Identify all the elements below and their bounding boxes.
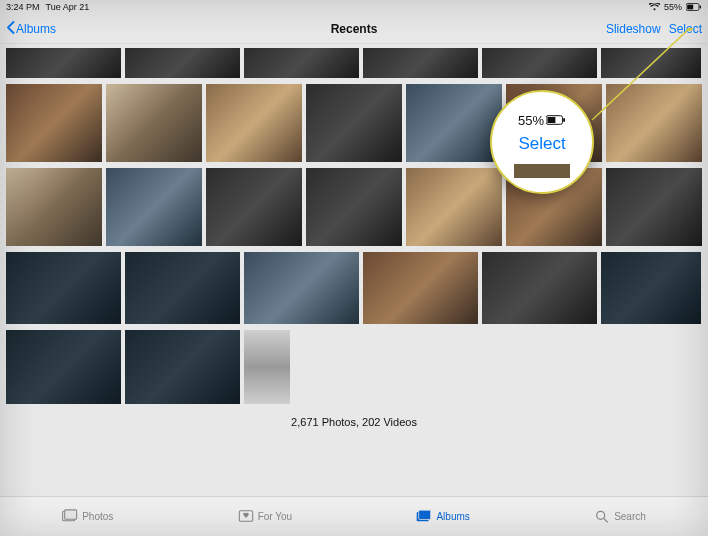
svg-point-8 (597, 511, 605, 519)
chevron-left-icon (6, 21, 16, 37)
status-date: Tue Apr 21 (46, 2, 90, 12)
photo-thumbnail[interactable] (6, 252, 121, 324)
photo-thumbnail[interactable] (206, 168, 302, 246)
photo-thumbnail[interactable] (106, 168, 202, 246)
svg-rect-12 (547, 117, 555, 123)
svg-rect-13 (563, 118, 565, 122)
photo-thumbnail[interactable] (406, 168, 502, 246)
photo-thumbnail[interactable] (306, 84, 402, 162)
svg-rect-2 (700, 6, 701, 9)
photo-grid: 2,671 Photos, 202 Videos (0, 44, 708, 432)
tab-label: Photos (82, 511, 113, 522)
svg-rect-7 (419, 510, 431, 519)
photo-thumbnail[interactable] (244, 252, 359, 324)
photos-icon (62, 509, 78, 525)
photo-thumbnail[interactable] (125, 252, 240, 324)
back-button[interactable]: Albums (6, 21, 56, 37)
wifi-icon (649, 3, 660, 11)
photo-thumbnail[interactable] (125, 48, 240, 78)
battery-icon (686, 3, 702, 11)
photo-thumbnail[interactable] (125, 330, 240, 404)
battery-icon (546, 113, 566, 128)
photo-thumbnail[interactable] (206, 84, 302, 162)
photo-thumbnail[interactable] (601, 48, 701, 78)
photo-thumbnail[interactable] (482, 252, 597, 324)
callout-select-label: Select (518, 134, 565, 154)
status-bar: 3:24 PM Tue Apr 21 55% (0, 0, 708, 14)
tab-search[interactable]: Search (594, 509, 646, 525)
photo-thumbnail[interactable] (306, 168, 402, 246)
photo-thumbnail[interactable] (601, 252, 701, 324)
tab-label: Albums (436, 511, 469, 522)
callout-battery-pct: 55% (518, 113, 544, 128)
photo-thumbnail[interactable] (363, 252, 478, 324)
albums-icon (416, 509, 432, 525)
search-icon (594, 509, 610, 525)
svg-rect-1 (687, 5, 693, 10)
photo-thumbnail[interactable] (244, 330, 290, 404)
slideshow-button[interactable]: Slideshow (606, 22, 661, 36)
zoom-callout: 55% Select (490, 90, 594, 194)
tab-bar: Photos For You Albums Search (0, 496, 708, 536)
photo-thumbnail[interactable] (482, 48, 597, 78)
photo-thumbnail[interactable] (606, 168, 702, 246)
photo-thumbnail[interactable] (6, 84, 102, 162)
photo-thumbnail[interactable] (6, 330, 121, 404)
tab-albums[interactable]: Albums (416, 509, 469, 525)
back-label: Albums (16, 22, 56, 36)
photo-thumbnail[interactable] (6, 48, 121, 78)
status-battery-pct: 55% (664, 2, 682, 12)
tab-photos[interactable]: Photos (62, 509, 113, 525)
photo-thumbnail[interactable] (363, 48, 478, 78)
photo-summary: 2,671 Photos, 202 Videos (6, 410, 702, 432)
tab-for-you[interactable]: For You (238, 509, 292, 525)
tab-label: Search (614, 511, 646, 522)
page-title: Recents (331, 22, 378, 36)
select-button[interactable]: Select (669, 22, 702, 36)
svg-rect-4 (65, 509, 77, 518)
photo-thumbnail[interactable] (606, 84, 702, 162)
photo-thumbnail[interactable] (406, 84, 502, 162)
photo-thumbnail[interactable] (106, 84, 202, 162)
photo-thumbnail[interactable] (244, 48, 359, 78)
callout-thumbnail-strip (514, 164, 570, 178)
nav-bar: Albums Recents Slideshow Select (0, 14, 708, 44)
photo-thumbnail[interactable] (6, 168, 102, 246)
tab-label: For You (258, 511, 292, 522)
for-you-icon (238, 509, 254, 525)
status-time: 3:24 PM (6, 2, 40, 12)
